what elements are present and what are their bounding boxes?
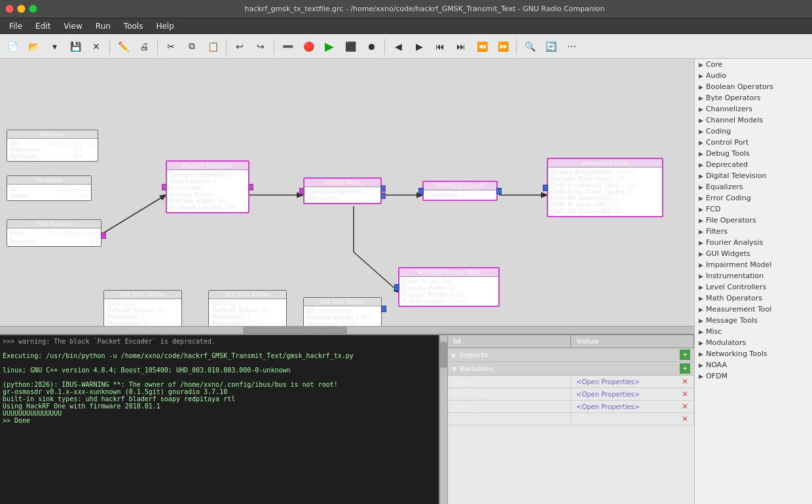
forward2-button[interactable]: ⏭ bbox=[451, 37, 471, 56]
console-line-8: gr-osmosdr v0.1.x-xxx-xunknown (0.1.5git… bbox=[3, 388, 436, 395]
sidebar-item-audio[interactable]: ▶ Audio bbox=[695, 70, 812, 81]
menu-tools[interactable]: Tools bbox=[117, 20, 150, 32]
sidebar-item-measurement-tool[interactable]: ▶ Measurement Tool bbox=[695, 304, 812, 315]
centerfrec-delete-button[interactable]: ✕ bbox=[682, 389, 688, 399]
block-wx-slider-if[interactable]: WX GUI Slider ID: IFgain Default Value: … bbox=[103, 290, 182, 326]
sidebar-item-control-port[interactable]: ▶ Control Port bbox=[695, 137, 812, 148]
svg-line-0 bbox=[97, 195, 166, 237]
zoom-out-button[interactable]: ➖ bbox=[278, 37, 297, 56]
refresh-button[interactable]: 🔄 bbox=[541, 37, 561, 56]
redo-button[interactable]: ↪ bbox=[251, 37, 270, 56]
sidebar-item-equalizers[interactable]: ▶ Equalizers bbox=[695, 181, 812, 192]
record-button[interactable]: ⏺ bbox=[361, 37, 381, 56]
block-wx-scope[interactable]: WX GUI Scope Sink Title: Scope Plot Samp… bbox=[398, 267, 500, 307]
menu-edit[interactable]: Edit bbox=[29, 20, 57, 32]
sidebar-item-ofdm[interactable]: ▶ OFDM bbox=[695, 370, 812, 382]
new-button[interactable]: 📄 bbox=[3, 37, 22, 56]
open-dropdown[interactable]: ▾ bbox=[45, 37, 64, 56]
block-wx-slider-center[interactable]: WX GUI Slider ID: CenterFreq Default Val… bbox=[303, 297, 382, 326]
block-gmsk-mod[interactable]: GMSK Mod Samples/Symbol: 2 BT: 350m bbox=[303, 177, 382, 204]
block-multiply-const[interactable]: Multiply Const Constant: 1 bbox=[422, 181, 498, 201]
block-variable-id: ID:samp_rate bbox=[10, 186, 88, 192]
menu-run[interactable]: Run bbox=[89, 20, 117, 32]
sidebar-item-boolean-operators[interactable]: ▶ Boolean Operators bbox=[695, 81, 812, 92]
block-osmocom-sink[interactable]: osmocom Sink Device Arguments: hackrf Sa… bbox=[547, 158, 663, 217]
sidebar-item-math-operators[interactable]: ▶ Math Operators bbox=[695, 293, 812, 304]
sidebar-item-level-controllers-label: Level Controllers bbox=[706, 283, 766, 291]
close-file-button[interactable]: ✕ bbox=[86, 37, 106, 56]
console-line-4 bbox=[3, 359, 436, 367]
sidebar-item-fourier-analysis[interactable]: ▶ Fourier Analysis bbox=[695, 237, 812, 248]
more-button[interactable]: ⋯ bbox=[562, 37, 581, 56]
zoom-widget[interactable]: 🔴 bbox=[299, 37, 318, 56]
sidebar-item-coding[interactable]: ▶ Coding bbox=[695, 126, 812, 137]
block-variable[interactable]: Variable ID:samp_rate Value:2M bbox=[7, 175, 92, 201]
block-wx-slider-center-default: Default Value: 2.4G bbox=[306, 314, 378, 321]
imports-add-button[interactable]: + bbox=[680, 350, 690, 360]
sidebar-item-level-controllers[interactable]: ▶ Level Controllers bbox=[695, 281, 812, 293]
sidebar-item-message-tools[interactable]: ▶ Message Tools bbox=[695, 315, 812, 326]
sidebar-item-noaa[interactable]: ▶ NOAA bbox=[695, 359, 812, 370]
search-button[interactable]: 🔍 bbox=[520, 37, 540, 56]
sidebar-item-byte-operators[interactable]: ▶ Byte Operators bbox=[695, 92, 812, 103]
sidebar-item-channelizers[interactable]: ▶ Channelizers bbox=[695, 103, 812, 115]
sidebar-item-impairment-label: Impairment Model bbox=[706, 261, 771, 269]
close-button[interactable] bbox=[5, 5, 14, 13]
block-file-source[interactable]: File Source File:.../xxno/文档/xx.txt Repe… bbox=[7, 219, 101, 247]
maximize-button[interactable] bbox=[29, 5, 37, 13]
props-cell-ifgain-value[interactable]: <Open Properties> ✕ bbox=[571, 401, 694, 412]
sidebar-item-file-operators[interactable]: ▶ File Operators bbox=[695, 215, 812, 226]
sidebar-item-deprecated[interactable]: ▶ Deprecated bbox=[695, 159, 812, 170]
minimize-button[interactable] bbox=[17, 5, 26, 13]
cut-button[interactable]: ✂ bbox=[161, 37, 181, 56]
undo-button[interactable]: ↩ bbox=[230, 37, 249, 56]
paste-button[interactable]: 📋 bbox=[203, 37, 223, 56]
sidebar-item-filters[interactable]: ▶ Filters bbox=[695, 226, 812, 237]
props-section-imports[interactable]: ▶ Imports + bbox=[448, 348, 694, 362]
sidebar-item-modulators[interactable]: ▶ Modulators bbox=[695, 337, 812, 348]
canvas-hscroll[interactable] bbox=[0, 326, 694, 334]
flowgraph[interactable]: Options ID:gmsk_hackrf_tx Generate Optio… bbox=[0, 59, 694, 326]
copy-button[interactable]: ⧉ bbox=[182, 37, 202, 56]
menu-file[interactable]: File bbox=[3, 20, 29, 32]
block-options[interactable]: Options ID:gmsk_hackrf_tx Generate Optio… bbox=[7, 130, 98, 162]
edit-button[interactable]: ✏️ bbox=[113, 37, 133, 56]
sidebar-item-fcd[interactable]: ▶ FCD bbox=[695, 204, 812, 215]
samp-rate-delete-button[interactable]: ✕ bbox=[682, 414, 688, 423]
sidebar-item-misc[interactable]: ▶ Misc bbox=[695, 326, 812, 337]
block-packet-encoder[interactable]: Packet Encoder Samples/Symbol: 2 Bits/Sy… bbox=[166, 160, 249, 213]
save-button[interactable]: 💾 bbox=[65, 37, 85, 56]
sidebar-item-impairment-model[interactable]: ▶ Impairment Model bbox=[695, 259, 812, 270]
ifgain-delete-button[interactable]: ✕ bbox=[682, 402, 688, 411]
sidebar-item-networking-tools[interactable]: ▶ Networking Tools bbox=[695, 348, 812, 359]
back-button[interactable]: ◀ bbox=[388, 37, 408, 56]
boolean-arrow-icon: ▶ bbox=[699, 84, 703, 90]
sidebar-item-error-coding[interactable]: ▶ Error Coding bbox=[695, 192, 812, 204]
back2-button[interactable]: ⏮ bbox=[430, 37, 450, 56]
props-cell-bbgain-value[interactable]: <Open Properties> ✕ bbox=[571, 376, 694, 387]
menu-view[interactable]: View bbox=[57, 20, 88, 32]
bbgain-delete-button[interactable]: ✕ bbox=[682, 377, 688, 386]
sidebar-item-digital-television[interactable]: ▶ Digital Television bbox=[695, 170, 812, 181]
block-file-source-title: File Source bbox=[7, 220, 101, 228]
print-button[interactable]: 🖨 bbox=[134, 37, 154, 56]
play-button[interactable]: ▶ bbox=[320, 37, 339, 56]
block-wx-slider-bb[interactable]: WX GUI Slider ID: BBgain Default Value: … bbox=[208, 290, 287, 326]
sidebar-item-channel-models[interactable]: ▶ Channel Models bbox=[695, 115, 812, 126]
variables-add-button[interactable]: + bbox=[680, 363, 690, 374]
sidebar-item-instrumentation[interactable]: ▶ Instrumentation bbox=[695, 270, 812, 281]
back3-button[interactable]: ⏪ bbox=[472, 37, 492, 56]
sidebar-item-debug-tools[interactable]: ▶ Debug Tools bbox=[695, 148, 812, 159]
console-area[interactable]: >>> warning: The block `Packet Encoder` … bbox=[0, 335, 439, 504]
props-cell-centerfrec-value[interactable]: <Open Properties> ✕ bbox=[571, 388, 694, 400]
forward-button[interactable]: ▶ bbox=[409, 37, 429, 56]
sidebar-item-gui-widgets[interactable]: ▶ GUI Widgets bbox=[695, 248, 812, 259]
open-button[interactable]: 📂 bbox=[24, 37, 43, 56]
stop-button[interactable]: ⬛ bbox=[341, 37, 360, 56]
sidebar-item-core[interactable]: ▶ Core bbox=[695, 59, 812, 70]
forward3-button[interactable]: ⏩ bbox=[493, 37, 513, 56]
menu-help[interactable]: Help bbox=[149, 20, 180, 32]
props-section-variables[interactable]: ▼ Variables + bbox=[448, 362, 694, 376]
gmsk-mod-out-port2 bbox=[380, 192, 386, 199]
core-arrow-icon: ▶ bbox=[699, 62, 703, 68]
